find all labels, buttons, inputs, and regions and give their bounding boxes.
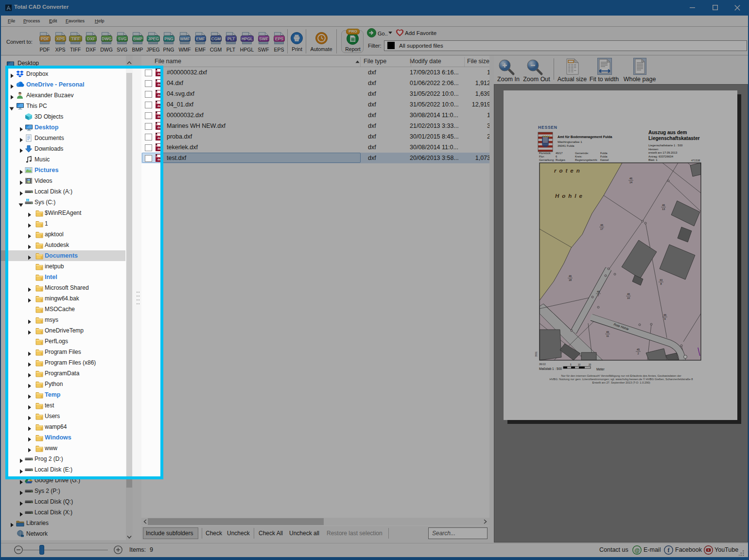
svg-text:Hohle: Hohle [555,193,585,199]
svg-text:Flurstück:: Flurstück: [539,152,552,155]
svg-text:f: f [668,547,670,554]
svg-text:roten: roten [554,168,583,174]
svg-text:13: 13 [662,208,665,210]
svg-text:46: 46 [600,224,603,227]
svg-text:36/22: 36/22 [539,363,546,366]
svg-text:10: 10 [578,364,581,366]
svg-text:10: 10 [627,297,630,299]
svg-text:Erstellt am 27. September 2013: Erstellt am 27. September 2013 (T-O: 1.0… [592,381,650,384]
svg-text:46: 46 [597,290,600,293]
svg-text:46: 46 [606,331,609,333]
svg-text:45: 45 [637,348,640,351]
svg-text:Antrag: 633726634: Antrag: 633726634 [648,155,674,158]
svg-text:Rodges: Rodges [556,158,565,161]
svg-text:18: 18 [569,279,572,281]
svg-text:HESSEN: HESSEN [538,125,557,130]
svg-text:Fulda: Fulda [600,155,608,158]
svg-text:8: 8 [660,282,662,285]
svg-text:7: 7 [597,294,599,297]
svg-text:6: 6 [556,155,557,158]
svg-text:Auszug aus dem: Auszug aus dem [648,130,687,135]
svg-text:17: 17 [600,228,603,230]
svg-text:46: 46 [569,275,572,278]
svg-text:Gemeinde:: Gemeinde: [575,152,589,155]
svg-text:46: 46 [662,204,665,207]
svg-text:Kassel: Kassel [600,158,609,161]
svg-text:46: 46 [629,177,632,180]
svg-text:46/17: 46/17 [556,152,563,155]
svg-text:11: 11 [606,334,609,337]
svg-text:Blatt: 1: Blatt: 1 [648,158,658,161]
svg-text:Maßstab 1 : 500: Maßstab 1 : 500 [539,367,562,370]
svg-text:Hessen: Hessen [648,148,658,151]
svg-text:Liegenschaftskarte 1 : 500: Liegenschaftskarte 1 : 500 [648,144,683,147]
svg-text:14: 14 [629,181,632,184]
svg-text:Flur:: Flur: [539,155,545,158]
svg-text:9: 9 [664,317,665,320]
svg-text:Nur für den internen Gebrauch!: Nur für den internen Gebrauch! Vervielfä… [561,374,681,377]
svg-text:46: 46 [627,293,630,296]
svg-text:HVBG: Nutzung nur gem. Lizenzb: HVBG: Nutzung nur gem. Lizenzbestimmunge… [550,378,693,381]
svg-text:Washingtonallee 1: Washingtonallee 1 [557,140,582,143]
svg-text:5: 5 [570,364,572,366]
svg-text:43: 43 [660,279,662,281]
svg-text:Fulda: Fulda [600,152,608,155]
svg-text:471538: 471538 [691,159,700,162]
svg-text:Liegenschaftskataster: Liegenschaftskataster [648,136,700,141]
svg-text:Gemarkung:: Gemarkung: [539,158,555,161]
svg-text:Amt für Bodenmanagement Fulda: Amt für Bodenmanagement Fulda [557,135,612,139]
svg-text:Meter: Meter [596,368,605,371]
svg-text:Regierungsbezirk:: Regierungsbezirk: [575,158,598,161]
svg-text:20: 20 [589,364,592,366]
svg-text:@: @ [634,547,640,553]
svg-text:erstellt am 17.09.2013: erstellt am 17.09.2013 [648,151,678,154]
svg-text:3551: 3551 [535,351,538,357]
svg-text:36041 Fulda: 36041 Fulda [557,144,575,147]
svg-text:2: 2 [637,352,639,355]
svg-text:Kreis:: Kreis: [575,155,582,158]
svg-text:46: 46 [663,314,666,316]
